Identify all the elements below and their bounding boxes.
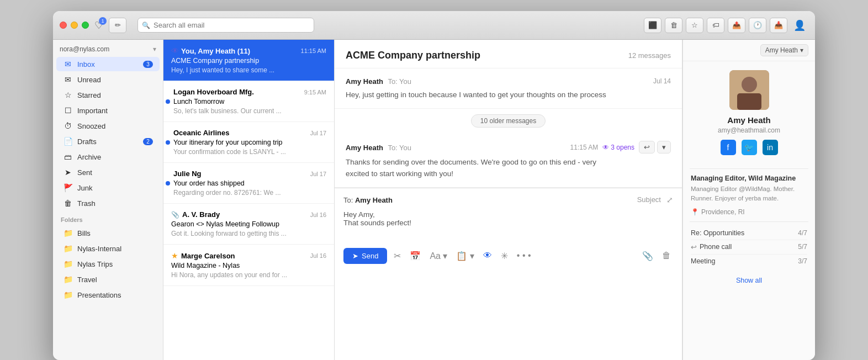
- discard-draft-button[interactable]: ✂: [391, 248, 403, 263]
- message-item-main[interactable]: Amy Heath To: You 11:15 AM 👁 3 opens ↩: [335, 133, 682, 188]
- email-time-3: Jul 17: [310, 130, 326, 136]
- maximize-button[interactable]: [82, 22, 89, 29]
- sidebar-inbox-label: Inbox: [77, 60, 139, 68]
- signature-button[interactable]: ✳: [499, 248, 510, 263]
- drafts-badge: 2: [143, 138, 153, 145]
- user-profile-button[interactable]: 👤: [791, 18, 808, 33]
- compose-to-value: Amy Heath: [355, 196, 393, 204]
- more-actions-button[interactable]: ▾: [657, 141, 671, 153]
- contact-name-button[interactable]: Amy Heath ▾: [760, 44, 808, 56]
- format-button[interactable]: Aa ▾: [427, 248, 449, 263]
- inbox-badge: 3: [143, 61, 153, 68]
- drawer-toolbar-button[interactable]: 📥: [770, 18, 787, 33]
- tag-toolbar-button[interactable]: 🏷: [707, 18, 724, 33]
- inbox-icon: ✉: [63, 60, 73, 68]
- email-view: ACME Company partnership 12 messages Amy…: [335, 40, 682, 360]
- email-item-4[interactable]: Julie Ng Jul 17 Your order has shipped R…: [163, 163, 334, 204]
- sidebar-item-archive[interactable]: 🗃 Archive: [56, 150, 160, 164]
- main-layout: nora@nylas.com ▾ ✉ Inbox 3 ✉ Unread ☆ St…: [53, 40, 815, 360]
- trash-toolbar-icon: 🗑: [670, 21, 678, 29]
- star-toolbar-button[interactable]: ☆: [686, 18, 703, 33]
- older-messages-button[interactable]: 10 older messages: [471, 114, 546, 128]
- email-view-header: ACME Company partnership 12 messages: [335, 40, 682, 68]
- sidebar-item-snoozed[interactable]: ⏱ Snoozed: [56, 119, 160, 133]
- message-to-1: To: You: [388, 77, 411, 86]
- search-bar[interactable]: 🔍: [137, 18, 314, 33]
- email-item-2[interactable]: Logan Hoverboard Mfg. 9:15 AM Lunch Tomo…: [163, 81, 334, 122]
- unread-indicator-3: [166, 140, 170, 145]
- message-from-main: Amy Heath: [346, 144, 383, 152]
- more-options-button[interactable]: • • •: [515, 248, 533, 263]
- archive-toolbar-button[interactable]: ⬛: [644, 18, 661, 33]
- sidebar-nylas-internal-label: Nylas-Internal: [77, 245, 153, 253]
- reply-button[interactable]: ↩: [639, 141, 655, 153]
- sidebar-item-unread[interactable]: ✉ Unread: [56, 72, 160, 87]
- app-window: ♡ 1 ✏ 🔍 ⬛ 🗑 ☆ 🏷 📤: [53, 11, 815, 360]
- eye-icon: 👁: [602, 144, 609, 151]
- activity-icon[interactable]: ♡ 1: [94, 19, 103, 31]
- sidebar-item-bills[interactable]: 📁 Bills: [56, 226, 160, 240]
- search-input[interactable]: [137, 18, 314, 33]
- sidebar-trash-label: Trash: [77, 199, 153, 208]
- thread-item-1[interactable]: Re: Opportunities 4/7: [691, 226, 807, 240]
- sidebar-item-trash[interactable]: 🗑 Trash: [56, 196, 160, 210]
- sidebar-item-drafts[interactable]: 📄 Drafts 2: [56, 134, 160, 149]
- sidebar: nora@nylas.com ▾ ✉ Inbox 3 ✉ Unread ☆ St…: [53, 40, 163, 360]
- delete-compose-button[interactable]: 🗑: [660, 248, 673, 263]
- schedule-button[interactable]: 📅: [407, 248, 423, 263]
- message-item-collapsed[interactable]: Amy Heath To: You Jul 14 Hey, just getti…: [335, 68, 682, 109]
- show-all-button[interactable]: Show all: [683, 272, 815, 289]
- thread-item-3[interactable]: Meeting 3/7: [691, 255, 807, 268]
- email-item-3[interactable]: Oceanic Airlines Jul 17 Your itinerary f…: [163, 122, 334, 163]
- message-date-1: Jul 14: [653, 77, 671, 85]
- email-item-5[interactable]: 📎 A. V. Brady Jul 16 Gearon <> Nylas Mee…: [163, 204, 334, 245]
- compose-button[interactable]: ✏: [109, 18, 126, 33]
- delete-toolbar-button[interactable]: 🗑: [665, 18, 682, 33]
- email-messages: Amy Heath To: You Jul 14 Hey, just getti…: [335, 68, 682, 360]
- sidebar-item-nylas-trips[interactable]: 📁 Nylas Trips: [56, 257, 160, 271]
- twitter-icon[interactable]: 🐦: [742, 140, 757, 155]
- sidebar-travel-label: Travel: [77, 276, 153, 284]
- move-toolbar-button[interactable]: 📤: [728, 18, 745, 33]
- contact-location-text: Providence, RI: [701, 208, 745, 216]
- sent-icon: ➤: [63, 168, 73, 177]
- sidebar-item-important[interactable]: ☐ Important: [56, 103, 160, 118]
- sidebar-item-nylas-internal[interactable]: 📁 Nylas-Internal: [56, 241, 160, 256]
- contact-location: 📍 Providence, RI: [691, 208, 807, 216]
- contact-social-links: f 🐦 in: [721, 140, 778, 155]
- email-preview-1: Hey, I just wanted to share some ...: [171, 66, 326, 74]
- thread-label-3: Meeting: [691, 257, 715, 265]
- compose-body[interactable]: Hey Amy, That sounds perfect!: [343, 210, 673, 243]
- send-button[interactable]: ➤ Send: [343, 248, 387, 264]
- email-item-1[interactable]: 👁 You, Amy Heath (11) 11:15 AM ACME Comp…: [163, 40, 334, 81]
- compose-expand-icon[interactable]: ⤢: [666, 195, 673, 204]
- sidebar-item-starred[interactable]: ☆ Starred: [56, 88, 160, 102]
- account-header[interactable]: nora@nylas.com ▾: [53, 40, 163, 56]
- clock-toolbar-button[interactable]: 🕐: [749, 18, 766, 33]
- sidebar-unread-label: Unread: [77, 76, 153, 84]
- close-button[interactable]: [60, 22, 67, 29]
- thread-item-2[interactable]: ↩ Phone call 5/7: [691, 240, 807, 255]
- minimize-button[interactable]: [71, 22, 78, 29]
- email-subject-6: Wild Magazine - Nylas: [171, 262, 326, 269]
- linkedin-icon[interactable]: in: [763, 140, 778, 155]
- template-button[interactable]: 📋 ▾: [454, 248, 476, 263]
- sidebar-item-travel[interactable]: 📁 Travel: [56, 272, 160, 287]
- sidebar-item-presentations[interactable]: 📁 Presentations: [56, 288, 160, 302]
- thread-count-1: 4/7: [798, 229, 807, 237]
- sidebar-nylas-trips-label: Nylas Trips: [77, 260, 153, 268]
- tracking-button[interactable]: 👁: [481, 248, 494, 263]
- sidebar-item-junk[interactable]: 🚩 Junk: [56, 181, 160, 195]
- contact-email: amy@heathmail.com: [718, 126, 780, 134]
- user-icon: 👤: [793, 19, 806, 31]
- attach-button[interactable]: 📎: [640, 248, 655, 263]
- email-item-6[interactable]: ★ Marge Carelson Jul 16 Wild Magazine - …: [163, 245, 334, 286]
- facebook-icon[interactable]: f: [721, 140, 736, 155]
- sidebar-sent-label: Sent: [77, 168, 153, 177]
- sidebar-item-inbox[interactable]: ✉ Inbox 3: [56, 57, 160, 71]
- compose-body-line1: Hey Amy,: [343, 210, 673, 219]
- sidebar-item-sent[interactable]: ➤ Sent: [56, 165, 160, 179]
- compose-header: To: Amy Heath Subject ⤢: [343, 195, 673, 205]
- unread-indicator-2: [166, 99, 170, 104]
- email-view-title: ACME Company partnership: [346, 50, 480, 61]
